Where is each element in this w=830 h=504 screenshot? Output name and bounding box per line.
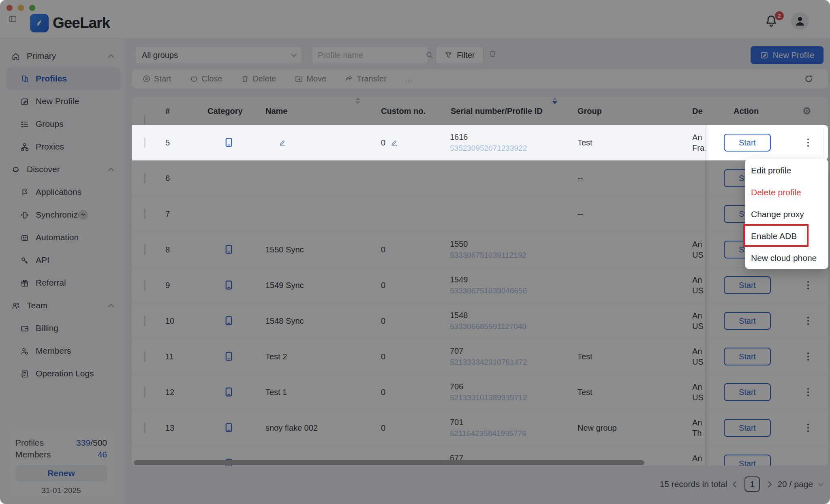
row-checkbox[interactable]	[144, 137, 145, 148]
context-menu-item-change-proxy[interactable]: Change proxy	[745, 203, 828, 225]
serial-number: 1616	[450, 132, 527, 143]
start-button[interactable]: Start	[724, 134, 771, 152]
context-menu-item-edit-profile[interactable]: Edit profile	[745, 160, 828, 182]
context-menu-item-delete-profile[interactable]: Delete profile	[745, 182, 828, 203]
group-name: Test	[578, 125, 593, 160]
enable-adb-highlight-box	[743, 224, 809, 247]
row-context-menu: Edit profileDelete profileChange proxyEn…	[745, 159, 828, 269]
action-cell: Start	[705, 125, 828, 160]
app-window: GeeLark 2 Primary Profiles New Profile G…	[0, 0, 830, 504]
row-more-actions-kebab[interactable]	[805, 137, 811, 149]
custom-no: 0	[381, 138, 385, 147]
category-phone-icon	[224, 136, 233, 151]
dim-overlay	[0, 0, 830, 504]
edit-custom-no-icon[interactable]	[390, 139, 398, 147]
row-number: 5	[165, 125, 170, 160]
edit-name-icon[interactable]	[278, 139, 287, 147]
table-row-spotlight[interactable]: 501616535230952071233922TestAnFraStart	[132, 125, 828, 160]
context-menu-item-new-cloud-phone[interactable]: New cloud phone	[745, 247, 828, 269]
profile-id: 535230952071233922	[450, 143, 527, 154]
